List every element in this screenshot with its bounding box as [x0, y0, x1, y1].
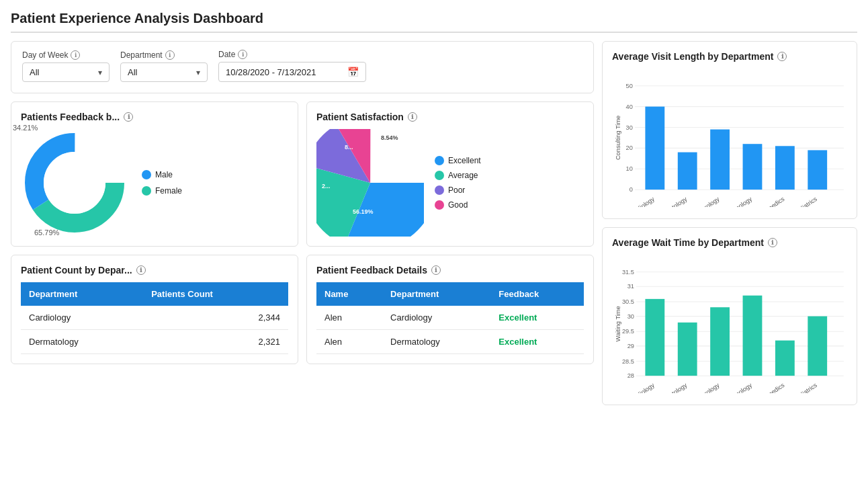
- col-feedback-header: Feedback: [490, 282, 584, 306]
- legend-good-dot: [435, 200, 444, 210]
- filter-day-label: Day of Week: [22, 50, 68, 60]
- avg-visit-length-title: Average Visit Length by Department: [612, 51, 773, 62]
- svg-text:Pediatrics: Pediatrics: [792, 382, 818, 393]
- dept-cell: Dermatology: [21, 330, 143, 354]
- dept-cell: Cardiology: [21, 306, 143, 330]
- donut-top-label: 34.21%: [13, 124, 38, 132]
- svg-rect-48: [645, 299, 664, 376]
- legend-poor-dot: [435, 185, 444, 195]
- legend-average: Average: [435, 171, 481, 180]
- patient-satisfaction-title: Patient Satisfaction: [316, 112, 404, 122]
- svg-text:Dermatology: Dermatology: [656, 196, 689, 207]
- calendar-icon: 📅: [347, 67, 359, 77]
- svg-text:Orthopedics: Orthopedics: [754, 382, 786, 393]
- svg-text:0: 0: [630, 186, 633, 193]
- svg-point-2: [44, 152, 105, 214]
- svg-text:Cardiology: Cardiology: [627, 382, 656, 393]
- count-cell: 2,344: [143, 306, 288, 330]
- table-row: Dermatology 2,321: [21, 330, 288, 354]
- col-count-header: Patients Count: [143, 282, 288, 306]
- avg-visit-chart-svg: Consulting Time 0 10 20 30 40 50: [612, 69, 847, 207]
- filter-dept-info-icon: ℹ: [165, 50, 175, 60]
- pie-label-average: 2...: [322, 183, 331, 190]
- avg-visit-info-icon: ℹ: [777, 52, 787, 61]
- svg-rect-22: [743, 144, 763, 190]
- svg-text:Neurology: Neurology: [693, 382, 721, 393]
- svg-text:30: 30: [627, 313, 634, 320]
- avg-wait-time-title: Average Wait Time by Department: [612, 237, 764, 248]
- svg-rect-23: [775, 146, 795, 190]
- col-name-header: Name: [316, 282, 382, 306]
- filter-date: Date ℹ 10/28/2020 - 7/13/2021 📅: [218, 50, 366, 82]
- feedback-cell: Excellent: [490, 330, 584, 354]
- dept-cell: Cardiology: [382, 306, 490, 330]
- svg-text:28.5: 28.5: [622, 358, 634, 364]
- table-row: Cardiology 2,344: [21, 306, 288, 330]
- pie-label-good: 8.54%: [381, 134, 398, 141]
- legend-average-dot: [435, 171, 444, 180]
- feedback-details-table: Name Department Feedback Alen Cardiology…: [316, 282, 584, 354]
- feedback-cell: Excellent: [490, 306, 584, 330]
- svg-text:Ophthalmology: Ophthalmology: [715, 196, 753, 207]
- patient-count-title: Patient Count by Depar...: [21, 265, 132, 276]
- donut-bottom-label: 65.79%: [34, 228, 59, 237]
- svg-text:30: 30: [626, 124, 633, 131]
- legend-excellent-dot: [435, 156, 444, 165]
- legend-good-label: Good: [448, 200, 468, 210]
- svg-text:31: 31: [627, 283, 634, 290]
- filter-date-select[interactable]: 10/28/2020 - 7/13/2021 📅: [218, 62, 366, 82]
- pie-label-poor: 8...: [345, 144, 353, 151]
- svg-rect-49: [678, 323, 697, 376]
- legend-male-label: Male: [155, 170, 173, 179]
- patient-satisfaction-info-icon: ℹ: [408, 112, 417, 122]
- patient-count-card: Patient Count by Depar... ℹ Department P…: [11, 255, 298, 364]
- legend-poor: Poor: [435, 185, 481, 195]
- filters-panel: Day of Week ℹ All ▾ Department ℹ Al: [11, 41, 594, 93]
- col-dept-header: Department: [21, 282, 143, 306]
- svg-text:Dermatology: Dermatology: [656, 382, 689, 393]
- filter-dept-label: Department: [120, 50, 163, 60]
- legend-female-dot: [142, 186, 151, 196]
- pie-label-excellent: 56.19%: [353, 208, 374, 215]
- avg-wait-chart-svg: Waiting Time 28 28.5 29 29.5 30 30.5 31 …: [612, 255, 847, 393]
- svg-rect-21: [710, 130, 730, 190]
- avg-visit-length-card: Average Visit Length by Department ℹ Con…: [602, 41, 857, 219]
- avg-wait-info-icon: ℹ: [768, 238, 777, 247]
- legend-female-label: Female: [155, 186, 182, 196]
- filter-dept-select[interactable]: All ▾: [120, 62, 208, 82]
- legend-poor-label: Poor: [448, 185, 465, 195]
- filter-department: Department ℹ All ▾: [120, 50, 208, 82]
- legend-female: Female: [142, 186, 182, 196]
- patient-satisfaction-card: Patient Satisfaction ℹ: [306, 101, 594, 247]
- svg-text:20: 20: [626, 144, 633, 151]
- svg-text:10: 10: [626, 165, 633, 172]
- svg-text:Orthopedics: Orthopedics: [754, 196, 786, 207]
- filter-day-select[interactable]: All ▾: [22, 62, 110, 82]
- patient-count-info-icon: ℹ: [136, 265, 146, 275]
- filter-date-info-icon: ℹ: [238, 50, 247, 59]
- svg-text:Waiting Time: Waiting Time: [615, 306, 621, 341]
- filter-date-label: Date: [218, 50, 235, 59]
- svg-rect-20: [678, 153, 697, 190]
- name-cell: Alen: [316, 330, 382, 354]
- pie-chart-svg: [316, 129, 424, 237]
- page-title: Patient Experience Analysis Dashboard: [11, 11, 857, 33]
- chevron-down-icon: ▾: [196, 68, 200, 77]
- pie-chart-container: 56.19% 2... 8... 8.54% Excellent Average: [316, 129, 584, 237]
- patients-feedback-info-icon: ℹ: [124, 112, 133, 122]
- svg-text:40: 40: [626, 103, 633, 110]
- feedback-details-info-icon: ℹ: [431, 265, 441, 275]
- filter-day-info-icon: ℹ: [71, 50, 80, 60]
- patients-feedback-title: Patients Feedback b...: [21, 112, 120, 122]
- svg-rect-50: [710, 307, 730, 376]
- legend-average-label: Average: [448, 171, 478, 180]
- svg-text:30.5: 30.5: [622, 298, 634, 305]
- donut-chart-container: 34.21% 65.79% Male Female: [21, 129, 288, 237]
- legend-male-dot: [142, 170, 151, 179]
- svg-text:Neurology: Neurology: [693, 196, 721, 207]
- dept-cell: Dermatology: [382, 330, 490, 354]
- svg-text:Ophthalmology: Ophthalmology: [715, 382, 753, 393]
- svg-text:Pediatrics: Pediatrics: [792, 196, 818, 207]
- donut-chart-svg: [21, 129, 128, 237]
- table-row: Alen Dermatology Excellent: [316, 330, 584, 354]
